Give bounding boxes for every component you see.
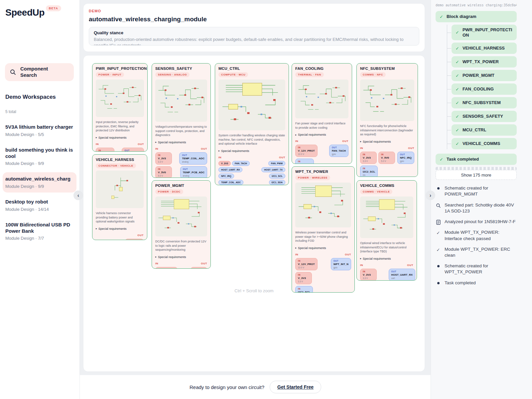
module-tag: THERMAL · FAN <box>295 72 324 77</box>
get-started-button[interactable]: Get Started Free <box>270 381 321 393</box>
pin-pill[interactable]: V_3V3 <box>218 161 231 166</box>
block-diagram-canvas[interactable]: Ctrl + Scroll to zoom PWR_INPUT_PROTECTI… <box>83 55 425 372</box>
timeline-item: Searched part: Schottky diode 40V 1A SOD… <box>436 202 517 214</box>
pin-pill[interactable]: TEMP_COIL_ADC <box>218 180 243 185</box>
module-title: NFC_SUBSYSTEM <box>360 66 414 70</box>
pin-chip[interactable]: INI2C2_SCLi2c <box>360 166 378 177</box>
pin-pill[interactable]: I2C1_SCL <box>269 174 285 179</box>
task-block-diagram[interactable]: ✓ Block diagram <box>436 11 517 22</box>
collapse-left-sidebar-button[interactable]: ‹ <box>73 191 83 200</box>
pin-chip[interactable]: OUTWPT_INT_Ngpio <box>331 258 351 270</box>
task-completed-pill[interactable]: ✓ Task completed <box>436 154 517 165</box>
pin-pill[interactable]: HOST_UART_TX <box>261 167 285 172</box>
pin-chip[interactable]: INV_5V05.0 V <box>155 166 172 178</box>
pin-chip[interactable]: INV_3V33.3 V <box>360 269 377 281</box>
pin-pill[interactable]: NFC_IRQ <box>218 174 234 179</box>
pin-chip[interactable]: INV_5V05.0 V <box>378 152 395 164</box>
pin-chip[interactable]: OUTTEMP_PCB_ADCanalog <box>180 166 207 178</box>
workspace-item[interactable]: 5V3A lithium battery charger Module Desi… <box>3 120 76 141</box>
special-requirements-toggle[interactable]: ▸Special requirements <box>96 227 144 230</box>
pin-chip[interactable]: INVBAT_12V12.0 V <box>96 148 114 152</box>
pin-chip[interactable]: OUTHOST_UART_RXuart <box>389 269 415 281</box>
special-requirements-label: Special requirements <box>298 133 326 136</box>
pin-pill[interactable]: I2C1_SDA <box>269 180 285 185</box>
schematic-thumbnail[interactable] <box>360 79 414 121</box>
quality-stance-text: Balanced, production-oriented automotive… <box>94 37 414 46</box>
schematic-thumbnail[interactable] <box>96 79 144 117</box>
truncated-task-sliver <box>436 167 517 170</box>
subtask-mcu-ctrl[interactable]: ✓MCU_CTRL <box>452 124 517 136</box>
pin-chip[interactable]: OUTFAN_TACHgpio <box>329 145 348 157</box>
special-requirements-toggle[interactable]: ▸Special requirements <box>155 141 207 144</box>
module-block-fan-cooling[interactable]: FAN_COOLING THERMAL · FAN Fan power stag… <box>292 63 352 164</box>
subtask-vehicle-harness[interactable]: ✓VEHICLE_HARNESS <box>452 43 517 54</box>
pin-chip[interactable]: INV_12V_PROT12.0 V <box>295 258 318 270</box>
pin-chip[interactable]: OUTTEMP_COIL_ADCanalog <box>179 152 207 165</box>
special-requirements-toggle[interactable]: ▸Special requirements <box>155 255 207 259</box>
workspace-name: 100W Bidirectional USB PD Power Bank <box>5 222 74 234</box>
pin-chip[interactable]: INV_12V_PROT12.0 V <box>295 145 318 157</box>
pin-chip[interactable]: INFAN_PWMpwm <box>295 159 314 164</box>
special-requirements-toggle[interactable]: ▸Special requirements <box>360 257 413 260</box>
expand-right-panel-button[interactable]: › <box>426 191 435 200</box>
workspace-name: 5V3A lithium battery charger <box>5 124 74 130</box>
footer-bar: Ready to design your own circuit? Get St… <box>80 375 431 399</box>
app-logo: SpeedUp <box>5 7 45 18</box>
workspace-name: build something you think is cool <box>5 147 74 160</box>
workspace-item[interactable]: build something you think is cool Module… <box>3 143 76 170</box>
search-icon <box>10 69 16 75</box>
module-block-sensors-safety[interactable]: SENSORS_SAFETY SENSING · ANALOG Voltage/… <box>152 63 211 178</box>
task-panel[interactable]: demo_automative_wireless_charging:35dc0a… <box>431 0 532 399</box>
out-header: OUT <box>138 143 144 146</box>
module-block-vehicle-comms[interactable]: VEHICLE_COMMS COMMS · VEHICLE Optional w… <box>356 180 417 281</box>
special-requirements-toggle[interactable]: ▸Special requirements <box>295 133 348 136</box>
subtask-pwr-input-protection[interactable]: ✓PWR_INPUT_PROTECTION <box>452 25 517 40</box>
pin-chip[interactable]: INV_12V_PROT12.0 V <box>155 267 178 269</box>
check-icon: ✓ <box>456 114 459 119</box>
subtask-wpt-tx-power[interactable]: ✓WPT_TX_POWER <box>452 56 517 67</box>
workspace-item-active[interactable]: automative_wireless_charg Module Design … <box>3 172 76 193</box>
schematic-thumbnail[interactable] <box>155 197 207 236</box>
pin-chip[interactable]: OUTVBAT_12V12.0 V <box>125 239 144 240</box>
pin-pill[interactable]: HOST_UART_RX <box>218 167 242 172</box>
schematic-thumbnail[interactable] <box>155 79 207 122</box>
subtask-fan-cooling[interactable]: ✓FAN_COOLING <box>452 83 517 95</box>
module-block-wpt-tx-power[interactable]: WPT_TX_POWER POWER · WIRELESS Wireless p… <box>292 166 355 293</box>
pin-chip[interactable]: OUTV_3V33.3 V <box>191 267 207 269</box>
schematic-thumbnail[interactable] <box>96 171 144 208</box>
pin-pill[interactable]: FAN_PWM <box>268 161 285 166</box>
special-requirements-toggle[interactable]: ▸Special requirements <box>96 136 144 139</box>
special-requirements-toggle[interactable]: ▸Special requirements <box>360 140 414 143</box>
module-block-mcu-ctrl[interactable]: MCU_CTRL COMPUTE · MCU System controller… <box>215 63 289 185</box>
subtask-power-mgmt[interactable]: ✓POWER_MGMT <box>452 70 517 81</box>
pin-chip[interactable]: INV_3V33.3 V <box>295 272 312 284</box>
special-requirements-toggle[interactable]: ▸Special requirements <box>218 149 285 153</box>
workspace-item[interactable]: 100W Bidirectional USB PD Power Bank Mod… <box>3 218 76 245</box>
subtask-nfc-subsystem[interactable]: ✓NFC_SUBSYSTEM <box>452 97 517 108</box>
pin-pill[interactable]: FAN_TACH <box>232 161 250 166</box>
schematic-thumbnail[interactable] <box>218 79 285 130</box>
check-icon: ✓ <box>440 157 443 162</box>
schematic-thumbnail[interactable] <box>295 183 351 227</box>
pin-chip[interactable]: OUTV_12V_PROT12.0 V <box>122 148 144 152</box>
module-block-pwr-input-protection[interactable]: PWR_INPUT_PROTECTION POWER · INPUT Input… <box>92 63 148 152</box>
special-requirements-toggle[interactable]: ▸Special requirements <box>295 246 351 250</box>
component-search-button[interactable]: Component Search <box>5 63 74 81</box>
schematic-thumbnail[interactable] <box>295 79 348 118</box>
module-tag: SENSING · ANALOG <box>155 72 190 77</box>
module-block-vehicle-harness[interactable]: VEHICLE_HARNESS CONNECTOR · VEHICLE Vehi… <box>92 154 147 240</box>
pin-chip[interactable]: INV_3V33.3 V <box>360 152 377 164</box>
document-icon <box>436 220 441 225</box>
pin-chip[interactable]: INI2C1_SCLi2c <box>295 286 313 293</box>
show-more-button[interactable]: Show 175 more <box>436 170 517 180</box>
module-block-nfc-subsystem[interactable]: NFC_SUBSYSTEM COMMS · NFC NFC functional… <box>356 63 418 177</box>
out-header: OUT <box>407 264 413 267</box>
pin-chip[interactable]: OUTNFC_IRQgpio <box>397 152 414 164</box>
out-header: OUT <box>137 234 144 237</box>
subtask-vehicle-comms[interactable]: ✓VEHICLE_COMMS <box>452 138 517 149</box>
module-block-power-mgmt[interactable]: POWER_MGMT POWER · DCDC DC/DC conversion… <box>152 180 211 269</box>
subtask-sensors-safety[interactable]: ✓SENSORS_SAFETY <box>452 111 517 122</box>
workspace-item[interactable]: Desktop toy robot Module Design · 14/14 <box>3 195 76 215</box>
schematic-thumbnail[interactable] <box>360 197 413 238</box>
pin-chip[interactable]: INV_3V33.3 V <box>155 152 172 165</box>
